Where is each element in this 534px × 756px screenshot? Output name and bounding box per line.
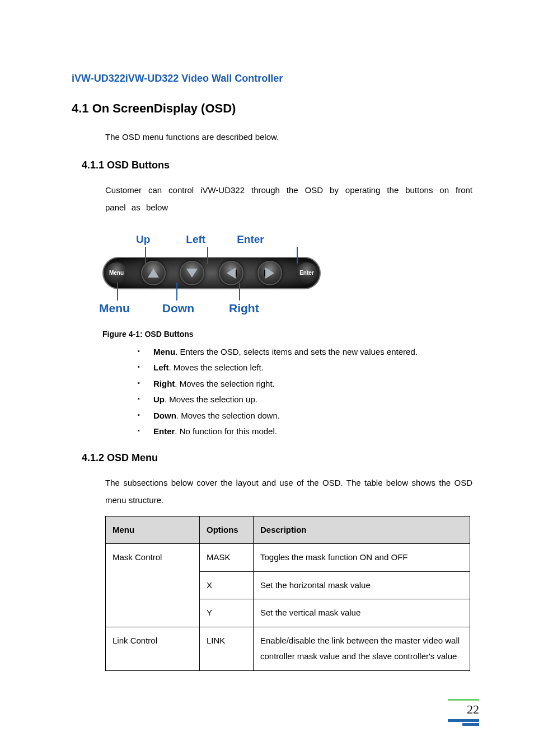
table-header-description: Description — [254, 516, 470, 544]
list-item-desc: . Moves the selection down. — [176, 411, 280, 420]
table-cell-desc: Set the horizontal mask value — [254, 571, 470, 599]
label-menu: Menu — [99, 302, 130, 315]
leader-line-icon — [207, 247, 208, 264]
list-item-term: Menu — [153, 347, 175, 356]
panel-labels-bottom: Menu Down Right — [102, 302, 321, 321]
list-item-term: Enter — [153, 426, 175, 436]
list-item-term: Down — [153, 411, 176, 420]
section-intro: The OSD menu functions are described bel… — [105, 128, 472, 146]
label-enter: Enter — [237, 233, 264, 246]
svg-marker-4 — [265, 267, 274, 279]
page-decor-bar-icon — [462, 723, 479, 726]
osd-menu-body: The subsections below cover the layout a… — [105, 474, 472, 509]
svg-marker-0 — [148, 269, 159, 278]
svg-rect-3 — [236, 270, 237, 276]
list-item-desc: . Moves the selection right. — [175, 379, 274, 388]
down-arrow-icon — [180, 261, 204, 285]
table-header-row: Menu Options Description — [106, 516, 470, 544]
osd-button-panel-figure: Up Left Enter Menu — [102, 227, 321, 321]
table-cell-desc: Toggles the mask function ON and OFF — [254, 544, 470, 572]
table-cell-menu: Mask Control — [106, 544, 200, 627]
figure-osd-buttons: Up Left Enter Menu — [102, 227, 472, 339]
table-row: Mask Control MASK Toggles the mask funct… — [106, 544, 470, 572]
figure-caption: Figure 4-1: OSD Buttons — [102, 330, 472, 339]
table-cell-option: MASK — [200, 544, 254, 572]
list-item-term: Right — [153, 379, 175, 388]
left-arrow-icon — [219, 261, 243, 285]
page-decor-bar-icon — [448, 719, 479, 722]
svg-marker-2 — [227, 267, 236, 279]
list-item: Enter. No function for this model. — [138, 424, 472, 440]
leader-line-icon — [145, 247, 146, 264]
leader-line-icon — [176, 283, 177, 300]
svg-rect-5 — [264, 270, 265, 276]
section-title: 4.1 On ScreenDisplay (OSD) — [72, 101, 472, 116]
svg-marker-1 — [186, 269, 198, 278]
table-cell-desc: Enable/disable the link between the mast… — [254, 627, 470, 670]
panel-labels-top: Up Left Enter — [102, 227, 321, 246]
page-number: 22 — [448, 702, 479, 717]
enter-button-icon: Enter — [296, 262, 317, 284]
list-item: Up. Moves the selection up. — [138, 392, 472, 408]
table-cell-menu: Link Control — [106, 627, 200, 670]
table-header-options: Options — [200, 516, 254, 544]
label-down: Down — [162, 302, 194, 315]
table-cell-option: Y — [200, 599, 254, 627]
list-item-term: Left — [153, 363, 169, 372]
list-item-desc: . Enters the OSD, selects items and sets… — [175, 347, 418, 356]
table-header-menu: Menu — [106, 516, 200, 544]
page-decor-bar-icon — [448, 699, 479, 701]
list-item: Menu. Enters the OSD, selects items and … — [138, 344, 472, 360]
list-item: Down. Moves the selection down. — [138, 408, 472, 424]
table-cell-option: X — [200, 571, 254, 599]
list-item-term: Up — [153, 395, 165, 404]
leader-line-icon — [239, 283, 240, 300]
table-cell-desc: Set the vertical mask value — [254, 599, 470, 627]
table-cell-option: LINK — [200, 627, 254, 670]
osd-buttons-body: Customer can control iVW-UD322 through t… — [105, 181, 472, 217]
document-page: iVW-UD322iVW-UD322 Video Wall Controller… — [0, 0, 534, 756]
osd-buttons-list: Menu. Enters the OSD, selects items and … — [138, 344, 472, 440]
page-number-block: 22 — [448, 699, 479, 726]
list-item-desc: . No function for this model. — [175, 426, 277, 436]
subsection-osd-menu-title: 4.1.2 OSD Menu — [82, 452, 472, 464]
label-left: Left — [186, 233, 205, 246]
up-arrow-icon — [141, 261, 166, 285]
right-arrow-icon — [257, 261, 282, 285]
label-right: Right — [229, 302, 259, 315]
list-item: Right. Moves the selection right. — [138, 376, 472, 392]
table-row: Link Control LINK Enable/disable the lin… — [106, 627, 470, 670]
list-item-desc: . Moves the selection up. — [165, 395, 257, 404]
list-item: Left. Moves the selection left. — [138, 360, 472, 376]
osd-menu-table: Menu Options Description Mask Control MA… — [105, 516, 470, 671]
label-up: Up — [136, 233, 150, 246]
subsection-osd-buttons-title: 4.1.1 OSD Buttons — [82, 159, 472, 171]
menu-button-icon: Menu — [106, 262, 127, 284]
list-item-desc: . Moves the selection left. — [169, 363, 264, 372]
product-header: iVW-UD322iVW-UD322 Video Wall Controller — [72, 73, 472, 84]
leader-line-icon — [297, 247, 298, 264]
panel-body: Menu Enter — [102, 257, 321, 289]
leader-line-icon — [117, 283, 118, 300]
